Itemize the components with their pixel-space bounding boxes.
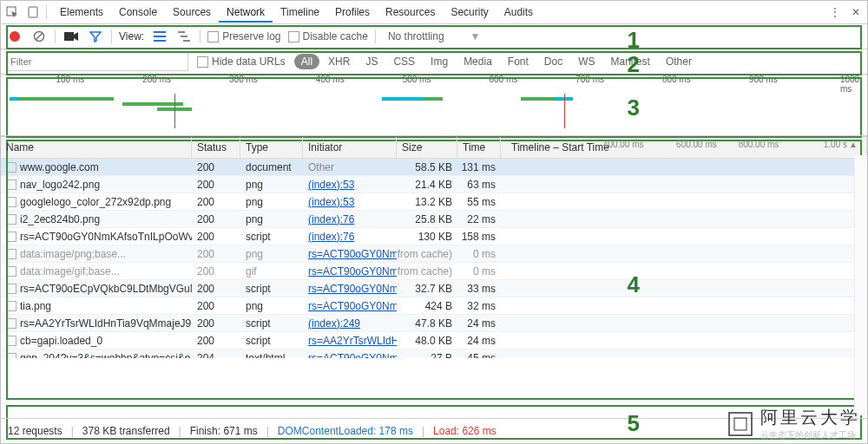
tab-profiles[interactable]: Profiles bbox=[327, 3, 378, 22]
file-icon bbox=[6, 318, 16, 329]
filter-type-css[interactable]: CSS bbox=[386, 54, 422, 69]
request-row[interactable]: rs=ACT90oGY0NmKAfsoTnILpOoWvB...200scrip… bbox=[1, 228, 867, 245]
col-initiator[interactable]: Initiator bbox=[303, 137, 397, 158]
tab-audits[interactable]: Audits bbox=[496, 3, 541, 22]
request-row[interactable]: rs=AA2YrTsrWLIdHnTia9VqMmajeJ95...200scr… bbox=[1, 315, 867, 332]
filter-type-img[interactable]: Img bbox=[424, 54, 455, 69]
col-time[interactable]: Time bbox=[457, 137, 501, 158]
devtools-tabs: ElementsConsoleSourcesNetworkTimelinePro… bbox=[1, 1, 867, 24]
svg-rect-11 bbox=[729, 413, 752, 435]
initiator-link[interactable]: rs=ACT90oGY0Nm... bbox=[308, 265, 397, 278]
request-row[interactable]: data:image/png;base...200pngrs=ACT90oGY0… bbox=[1, 245, 867, 263]
file-icon bbox=[6, 249, 16, 259]
file-icon bbox=[6, 232, 16, 242]
throttling-select[interactable]: No throttling▼ bbox=[383, 29, 486, 44]
file-icon bbox=[6, 353, 16, 359]
summary-finish: Finish: 671 ms bbox=[190, 425, 258, 437]
initiator-link[interactable]: rs=ACT90oGY0Nm... bbox=[308, 248, 397, 260]
file-icon bbox=[6, 180, 16, 190]
device-icon[interactable] bbox=[25, 4, 41, 20]
filter-type-xhr[interactable]: XHR bbox=[321, 54, 357, 69]
file-icon bbox=[6, 301, 16, 311]
file-icon bbox=[6, 336, 16, 346]
filter-type-doc[interactable]: Doc bbox=[537, 54, 569, 69]
col-name[interactable]: Name bbox=[1, 137, 192, 158]
request-row[interactable]: googlelogo_color_272x92dp.png200png(inde… bbox=[1, 193, 867, 211]
tab-console[interactable]: Console bbox=[111, 3, 165, 22]
summary-bar: 12 requests| 378 KB transferred| Finish:… bbox=[1, 418, 867, 443]
svg-rect-12 bbox=[734, 418, 746, 430]
initiator-link[interactable]: rs=ACT90oGY0Nm... bbox=[308, 352, 397, 359]
col-type[interactable]: Type bbox=[240, 137, 303, 158]
tab-resources[interactable]: Resources bbox=[378, 3, 443, 22]
preserve-log-checkbox[interactable]: Preserve log bbox=[207, 30, 280, 42]
col-status[interactable]: Status bbox=[192, 137, 240, 158]
tab-security[interactable]: Security bbox=[443, 3, 496, 22]
filter-type-ws[interactable]: WS bbox=[571, 54, 602, 69]
watermark: 阿里云大学云生态下的创新人才工场 bbox=[727, 406, 860, 441]
request-row[interactable]: tia.png200pngrs=ACT90oGY0Nm...424 B32 ms bbox=[1, 297, 867, 315]
request-row[interactable]: cb=gapi.loaded_0200scriptrs=AA2YrTsrWLId… bbox=[1, 332, 867, 349]
filter-type-font[interactable]: Font bbox=[501, 54, 536, 69]
col-size[interactable]: Size bbox=[397, 137, 457, 158]
filter-input[interactable] bbox=[6, 52, 188, 71]
camera-icon[interactable] bbox=[62, 28, 80, 45]
request-row[interactable]: www.google.com200documentOther58.5 KB131… bbox=[1, 159, 867, 176]
tab-sources[interactable]: Sources bbox=[165, 3, 219, 22]
svg-rect-9 bbox=[181, 36, 187, 37]
view-waterfall-icon[interactable] bbox=[175, 28, 193, 45]
overview-timeline[interactable]: 100 ms200 ms300 ms400 ms500 ms600 ms700 … bbox=[1, 75, 867, 136]
request-table: www.google.com200documentOther58.5 KB131… bbox=[1, 159, 867, 358]
initiator-link[interactable]: rs=ACT90oGY0Nm... bbox=[308, 283, 397, 295]
filter-type-all[interactable]: All bbox=[294, 54, 319, 69]
label-3: 3 bbox=[628, 95, 640, 121]
file-icon bbox=[6, 162, 16, 173]
table-header: Name Status Type Initiator Size Time Tim… bbox=[1, 136, 867, 159]
filter-bar: Hide data URLs AllXHRJSCSSImgMediaFontDo… bbox=[1, 49, 867, 75]
label-4: 4 bbox=[628, 271, 640, 298]
summary-dcl: DOMContentLoaded: 178 ms bbox=[278, 425, 413, 437]
initiator-link[interactable]: (index):249 bbox=[308, 317, 360, 330]
initiator-link[interactable]: (index):76 bbox=[308, 213, 354, 225]
summary-load: Load: 626 ms bbox=[433, 425, 496, 437]
clear-icon[interactable] bbox=[30, 28, 48, 45]
svg-rect-4 bbox=[64, 32, 74, 41]
summary-transferred: 378 KB transferred bbox=[82, 425, 170, 437]
request-row[interactable]: i2_2ec824b0.png200png(index):7625.8 KB22… bbox=[1, 211, 867, 228]
svg-rect-8 bbox=[178, 31, 185, 33]
tab-elements[interactable]: Elements bbox=[52, 3, 111, 22]
file-icon bbox=[6, 284, 16, 294]
filter-icon[interactable] bbox=[87, 28, 104, 45]
record-button[interactable] bbox=[6, 28, 23, 45]
request-row[interactable]: gen_204?v=3&s=webhp&atyp=csi&e...204text… bbox=[1, 349, 867, 358]
filter-type-media[interactable]: Media bbox=[457, 54, 499, 69]
initiator-link[interactable]: (index):53 bbox=[308, 179, 354, 191]
view-list-icon[interactable] bbox=[151, 28, 168, 45]
inspect-icon[interactable] bbox=[4, 4, 20, 20]
hide-data-urls-checkbox[interactable]: Hide data URLs bbox=[197, 56, 286, 68]
svg-line-3 bbox=[36, 33, 43, 40]
initiator-link[interactable]: rs=ACT90oGY0Nm... bbox=[308, 300, 397, 312]
filter-type-js[interactable]: JS bbox=[358, 54, 385, 69]
label-2: 2 bbox=[628, 51, 640, 78]
close-icon[interactable]: ✕ bbox=[848, 4, 864, 20]
filter-type-other[interactable]: Other bbox=[659, 54, 699, 69]
tab-network[interactable]: Network bbox=[219, 3, 273, 22]
label-1: 1 bbox=[628, 27, 640, 54]
svg-rect-1 bbox=[29, 7, 37, 17]
initiator-link[interactable]: rs=AA2YrTsrWLIdH... bbox=[308, 335, 397, 347]
request-row[interactable]: data:image/gif;base...200gifrs=ACT90oGY0… bbox=[1, 263, 867, 280]
svg-rect-10 bbox=[183, 40, 190, 42]
initiator-link[interactable]: (index):76 bbox=[308, 231, 354, 243]
kebab-icon[interactable]: ⋮ bbox=[827, 4, 843, 20]
scrollbar[interactable] bbox=[854, 155, 867, 415]
request-row[interactable]: nav_logo242.png200png(index):5321.4 KB63… bbox=[1, 176, 867, 193]
view-label: View: bbox=[119, 30, 144, 42]
network-toolbar: View: Preserve log Disable cache No thro… bbox=[1, 24, 867, 49]
label-5: 5 bbox=[628, 410, 640, 437]
col-timeline[interactable]: Timeline – Start Time 400.00 ms 600.00 m… bbox=[501, 137, 867, 158]
disable-cache-checkbox[interactable]: Disable cache bbox=[288, 30, 368, 42]
request-row[interactable]: rs=ACT90oECpVQkbC9LDtMbgVGuN...200script… bbox=[1, 280, 867, 297]
initiator-link[interactable]: (index):53 bbox=[308, 196, 354, 208]
tab-timeline[interactable]: Timeline bbox=[273, 3, 327, 22]
